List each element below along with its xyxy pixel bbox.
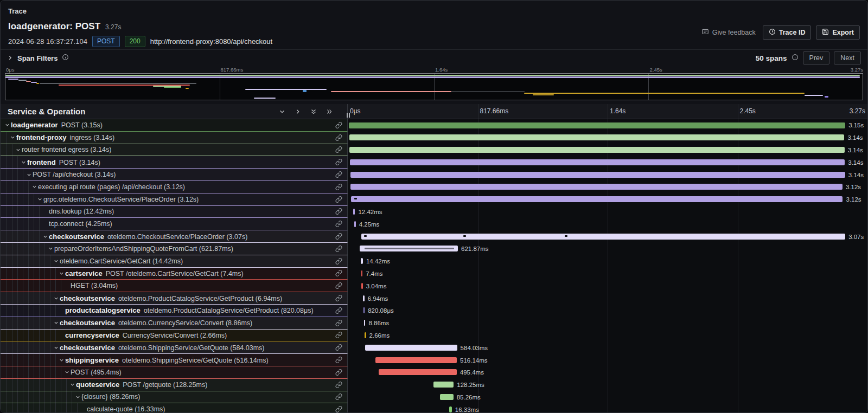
span-bar[interactable] <box>363 307 365 313</box>
span-name-cell[interactable]: HGET (3.04ms) <box>1 280 348 292</box>
span-row[interactable]: router frontend egress (3.14s) 3.14s <box>1 144 867 157</box>
span-name-cell[interactable]: checkoutserviceoteldemo.CheckoutService/… <box>1 230 348 243</box>
span-bar-cell[interactable]: 3.12s <box>348 181 867 193</box>
span-bar-cell[interactable]: 8.86ms <box>348 317 867 330</box>
collapse-chevron-icon[interactable] <box>21 159 27 165</box>
span-link-icon[interactable] <box>335 121 342 128</box>
span-bar-cell[interactable]: 6.94ms <box>348 292 867 305</box>
span-bar[interactable] <box>353 209 355 215</box>
minimap-canvas[interactable] <box>5 73 863 100</box>
span-row[interactable]: currencyserviceCurrencyService/Convert (… <box>1 330 867 342</box>
span-bar[interactable] <box>363 295 365 301</box>
span-bar-cell[interactable]: 3.14s <box>348 169 867 181</box>
span-bar-cell[interactable]: 4.25ms <box>348 218 867 230</box>
span-bar-cell[interactable]: 3.14s <box>348 156 867 169</box>
span-link-icon[interactable] <box>335 307 342 314</box>
span-link-icon[interactable] <box>335 245 342 252</box>
span-row[interactable]: productcatalogserviceoteldemo.ProductCat… <box>1 305 867 317</box>
span-bar[interactable] <box>365 332 366 338</box>
collapse-chevron-icon[interactable] <box>42 234 49 240</box>
span-link-icon[interactable] <box>335 393 342 401</box>
span-name-cell[interactable]: cartservicePOST /oteldemo.CartService/Ge… <box>1 268 348 280</box>
span-link-icon[interactable] <box>335 344 342 351</box>
span-bar-cell[interactable]: 7.4ms <box>348 268 867 280</box>
span-link-icon[interactable] <box>335 381 342 388</box>
collapse-chevron-icon[interactable] <box>53 345 60 351</box>
span-bar-cell[interactable]: 14.42ms <box>348 255 867 268</box>
span-bar[interactable] <box>361 283 363 289</box>
span-link-icon[interactable] <box>335 233 342 240</box>
span-bar-cell[interactable]: 495.4ms <box>348 366 867 379</box>
expand-all-icon[interactable] <box>326 108 333 115</box>
span-name-cell[interactable]: frontend-proxyingress (3.14s) <box>1 132 348 144</box>
prev-span-button[interactable]: Prev <box>803 51 830 64</box>
give-feedback-button[interactable]: Give feedback <box>701 25 756 40</box>
span-bar[interactable] <box>351 196 843 202</box>
span-name-cell[interactable]: calculate-quote (16.33ms) <box>1 403 348 412</box>
span-bar-cell[interactable]: 12.42ms <box>348 206 867 218</box>
span-bar-cell[interactable]: 3.14s <box>348 144 867 157</box>
span-row[interactable]: checkoutserviceoteldemo.CheckoutService/… <box>1 230 867 243</box>
span-link-icon[interactable] <box>335 332 342 339</box>
span-bar[interactable] <box>361 234 845 240</box>
span-bar[interactable] <box>379 369 457 375</box>
span-name-cell[interactable]: checkoutserviceoteldemo.ShippingService/… <box>1 341 348 354</box>
span-row[interactable]: calculate-quote (16.33ms) 16.33ms <box>1 403 867 412</box>
span-name-cell[interactable]: checkoutserviceoteldemo.CurrencyService/… <box>1 317 348 330</box>
trace-id-button[interactable]: Trace ID <box>763 25 812 40</box>
span-name-cell[interactable]: tcp.connect (4.25ms) <box>1 218 348 230</box>
span-link-icon[interactable] <box>335 159 342 166</box>
span-name-cell[interactable]: POST /api/checkout (3.14s) <box>1 169 348 181</box>
span-link-icon[interactable] <box>335 257 342 264</box>
collapse-chevron-icon[interactable] <box>10 134 16 140</box>
span-bar-cell[interactable]: 820.08μs <box>348 305 867 317</box>
collapse-chevron-icon[interactable] <box>53 320 60 326</box>
span-name-cell[interactable]: loadgeneratorPOST (3.15s) <box>1 119 348 132</box>
span-link-icon[interactable] <box>335 319 342 326</box>
collapse-chevron-icon[interactable] <box>75 394 81 400</box>
span-link-icon[interactable] <box>335 406 342 412</box>
span-row[interactable]: loadgeneratorPOST (3.15s) 3.15s <box>1 119 867 132</box>
info-icon[interactable] <box>62 53 69 63</box>
span-name-cell[interactable]: productcatalogserviceoteldemo.ProductCat… <box>1 305 348 317</box>
span-bar-cell[interactable]: 2.66ms <box>348 330 867 342</box>
span-bar-cell[interactable]: 16.33ms <box>348 403 867 412</box>
collapse-chevron-icon[interactable] <box>59 357 65 363</box>
span-bar[interactable] <box>349 134 844 140</box>
span-link-icon[interactable] <box>335 134 342 141</box>
collapse-chevron-icon[interactable] <box>59 270 65 276</box>
span-row[interactable]: {closure} (85.26ms) 85.26ms <box>1 391 867 404</box>
collapse-chevron-icon[interactable] <box>37 196 43 202</box>
span-row[interactable]: shippingserviceoteldemo.ShippingService/… <box>1 354 867 366</box>
span-bar[interactable] <box>433 382 454 388</box>
span-row[interactable]: grpc.oteldemo.CheckoutService/PlaceOrder… <box>1 193 867 206</box>
span-link-icon[interactable] <box>335 208 342 215</box>
span-name-cell[interactable]: POST (495.4ms) <box>1 366 348 379</box>
span-bar-cell[interactable]: 3.12s <box>348 193 867 206</box>
span-name-cell[interactable]: currencyserviceCurrencyService/Convert (… <box>1 330 348 342</box>
span-row[interactable]: checkoutserviceoteldemo.CurrencyService/… <box>1 317 867 330</box>
span-row[interactable]: quoteservicePOST /getquote (128.25ms) 12… <box>1 379 867 391</box>
collapse-chevron-icon[interactable] <box>26 172 33 178</box>
span-filters-toggle[interactable]: Span Filters <box>7 53 69 63</box>
span-bar[interactable] <box>350 159 845 165</box>
span-row[interactable]: oteldemo.CartService/GetCart (14.42ms) 1… <box>1 255 867 268</box>
span-link-icon[interactable] <box>335 282 342 289</box>
span-bar[interactable] <box>349 122 845 128</box>
span-row[interactable]: frontend-proxyingress (3.14s) 3.14s <box>1 132 867 144</box>
span-name-cell[interactable]: router frontend egress (3.14s) <box>1 144 348 157</box>
span-row[interactable]: checkoutserviceoteldemo.ProductCatalogSe… <box>1 292 867 305</box>
next-span-button[interactable]: Next <box>834 51 861 64</box>
collapse-chevron-icon[interactable] <box>64 369 71 375</box>
span-row[interactable]: tcp.connect (4.25ms) 4.25ms <box>1 218 867 230</box>
collapse-chevron-icon[interactable] <box>53 295 60 301</box>
span-link-icon[interactable] <box>335 369 342 376</box>
span-bar[interactable] <box>361 258 363 264</box>
span-bar[interactable] <box>354 221 356 227</box>
span-link-icon[interactable] <box>335 295 342 302</box>
span-bar-cell[interactable]: 621.87ms <box>348 243 867 255</box>
span-bar[interactable] <box>349 147 844 153</box>
span-row[interactable]: checkoutserviceoteldemo.ShippingService/… <box>1 341 867 354</box>
span-name-cell[interactable]: quoteservicePOST /getquote (128.25ms) <box>1 379 348 391</box>
span-row[interactable]: POST /api/checkout (3.14s) 3.14s <box>1 169 867 181</box>
